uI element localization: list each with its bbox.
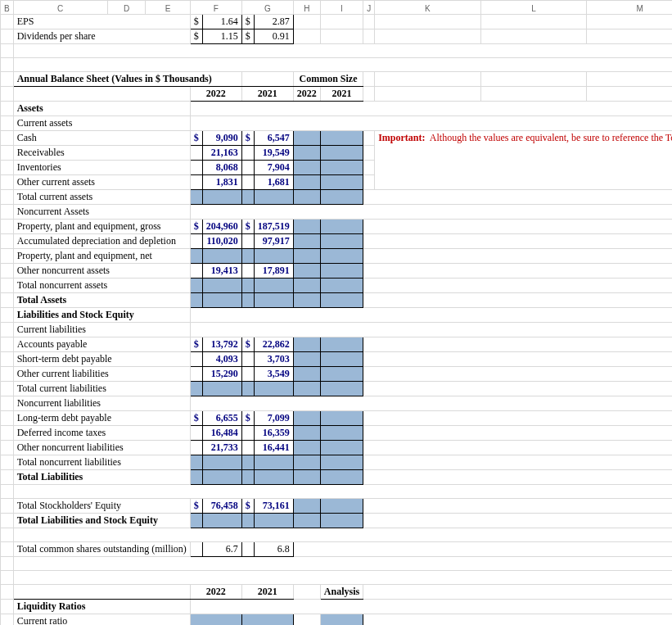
div-2022[interactable]: 1.15 xyxy=(202,29,241,44)
other-ca-2021[interactable]: 1,681 xyxy=(254,175,293,190)
cs-ocl-2022[interactable] xyxy=(293,367,320,382)
cs-ta-2022[interactable] xyxy=(293,293,320,308)
cs-tl-2022[interactable] xyxy=(293,470,320,485)
spreadsheet-grid[interactable]: B C D E F G H I J K L M N O P Q EPS $ 1.… xyxy=(0,0,672,625)
cs-tcl-2022[interactable] xyxy=(293,382,320,396)
total-ca-2021[interactable] xyxy=(254,190,293,205)
cs-oncl-2022[interactable] xyxy=(293,441,320,455)
receivables-2022[interactable]: 21,163 xyxy=(202,146,241,161)
se-2021[interactable]: 73,161 xyxy=(254,499,293,514)
cs-recv-2022[interactable] xyxy=(293,146,320,161)
cs-tncl-2021[interactable] xyxy=(320,455,363,470)
ap-2022-sym[interactable]: $ xyxy=(190,337,202,352)
se-2022-sym[interactable]: $ xyxy=(190,499,202,514)
cs-tca-2021[interactable] xyxy=(320,190,363,205)
total-ncl-2021[interactable] xyxy=(254,455,293,470)
cs-recv-2021[interactable] xyxy=(320,146,363,161)
st-debt-2022[interactable]: 4,093 xyxy=(202,352,241,367)
se-2022[interactable]: 76,458 xyxy=(202,499,241,514)
total-nca-2022[interactable] xyxy=(202,279,241,293)
ppe-net-2022[interactable] xyxy=(202,249,241,264)
eps-2021-sym[interactable]: $ xyxy=(241,15,254,29)
cs-tle-2022[interactable] xyxy=(293,514,320,528)
current-ratio-2021[interactable] xyxy=(241,614,293,626)
acc-dep-2021[interactable]: 97,917 xyxy=(254,234,293,249)
total-ca-2022[interactable] xyxy=(202,190,241,205)
ppe-net-2021[interactable] xyxy=(254,249,293,264)
ap-2022[interactable]: 13,792 xyxy=(202,337,241,352)
other-cl-2022[interactable]: 15,290 xyxy=(202,367,241,382)
total-nca-2021[interactable] xyxy=(254,279,293,293)
ppe-gross-2022[interactable]: 204,960 xyxy=(202,220,241,234)
total-cl-2021[interactable] xyxy=(254,382,293,396)
cs-stdebt-2021[interactable] xyxy=(320,352,363,367)
st-debt-2021[interactable]: 3,703 xyxy=(254,352,293,367)
cs-accdep-2022[interactable] xyxy=(293,234,320,249)
cs-ltd-2022[interactable] xyxy=(293,411,320,426)
cs-tca-2022[interactable] xyxy=(293,190,320,205)
inventories-2022[interactable]: 8,068 xyxy=(202,161,241,175)
other-ca-2022[interactable]: 1,831 xyxy=(202,175,241,190)
lt-debt-2022[interactable]: 6,655 xyxy=(202,411,241,426)
cs-tcl-2021[interactable] xyxy=(320,382,363,396)
eps-2021[interactable]: 2.87 xyxy=(254,15,293,29)
other-ncl-2021[interactable]: 16,441 xyxy=(254,441,293,455)
cs-ppeg-2022[interactable] xyxy=(293,220,320,234)
tle-2021[interactable] xyxy=(254,514,293,528)
cs-ap-2022[interactable] xyxy=(293,337,320,352)
cash-2021[interactable]: 6,547 xyxy=(254,131,293,146)
cash-2021-sym[interactable]: $ xyxy=(241,131,254,146)
cash-2022[interactable]: 9,090 xyxy=(202,131,241,146)
current-ratio-analysis[interactable] xyxy=(320,614,363,626)
other-ncl-2022[interactable]: 21,733 xyxy=(202,441,241,455)
cs-se-2022[interactable] xyxy=(293,499,320,514)
cs-tncl-2022[interactable] xyxy=(293,455,320,470)
cs-deftax-2022[interactable] xyxy=(293,426,320,441)
cs-tnca-2021[interactable] xyxy=(320,279,363,293)
other-cl-2021[interactable]: 3,549 xyxy=(254,367,293,382)
se-2021-sym[interactable]: $ xyxy=(241,499,254,514)
shares-2021[interactable]: 6.8 xyxy=(254,542,293,557)
shares-2022[interactable]: 6.7 xyxy=(202,542,241,557)
cs-tle-2021[interactable] xyxy=(320,514,363,528)
eps-2022-sym[interactable]: $ xyxy=(190,15,202,29)
cash-2022-sym[interactable]: $ xyxy=(190,131,202,146)
div-2022-sym[interactable]: $ xyxy=(190,29,202,44)
cs-ppeg-2021[interactable] xyxy=(320,220,363,234)
cs-onca-2022[interactable] xyxy=(293,264,320,279)
other-nca-2021[interactable]: 17,891 xyxy=(254,264,293,279)
total-liab-2022[interactable] xyxy=(202,470,241,485)
div-2021-sym[interactable]: $ xyxy=(241,29,254,44)
cs-oncl-2021[interactable] xyxy=(320,441,363,455)
ap-2021[interactable]: 22,862 xyxy=(254,337,293,352)
total-assets-2021[interactable] xyxy=(254,293,293,308)
ap-2021-sym[interactable]: $ xyxy=(241,337,254,352)
cs-accdep-2021[interactable] xyxy=(320,234,363,249)
acc-dep-2022[interactable]: 110,020 xyxy=(202,234,241,249)
tle-2022[interactable] xyxy=(202,514,241,528)
total-assets-2022[interactable] xyxy=(202,293,241,308)
cs-ppen-2021[interactable] xyxy=(320,249,363,264)
cs-oca-2021[interactable] xyxy=(320,175,363,190)
cs-ltd-2021[interactable] xyxy=(320,411,363,426)
cs-tnca-2022[interactable] xyxy=(293,279,320,293)
cs-tl-2021[interactable] xyxy=(320,470,363,485)
cs-cash-2021[interactable] xyxy=(320,131,363,146)
def-tax-2021[interactable]: 16,359 xyxy=(254,426,293,441)
cs-stdebt-2022[interactable] xyxy=(293,352,320,367)
receivables-2021[interactable]: 19,549 xyxy=(254,146,293,161)
inventories-2021[interactable]: 7,904 xyxy=(254,161,293,175)
cs-onca-2021[interactable] xyxy=(320,264,363,279)
total-ncl-2022[interactable] xyxy=(202,455,241,470)
ppe-gross-2021[interactable]: 187,519 xyxy=(254,220,293,234)
cs-inv-2022[interactable] xyxy=(293,161,320,175)
cs-inv-2021[interactable] xyxy=(320,161,363,175)
other-nca-2022[interactable]: 19,413 xyxy=(202,264,241,279)
total-liab-2021[interactable] xyxy=(254,470,293,485)
cs-oca-2022[interactable] xyxy=(293,175,320,190)
cs-deftax-2021[interactable] xyxy=(320,426,363,441)
cs-se-2021[interactable] xyxy=(320,499,363,514)
cs-ppen-2022[interactable] xyxy=(293,249,320,264)
ppe-gross-2022-sym[interactable]: $ xyxy=(190,220,202,234)
cs-ocl-2021[interactable] xyxy=(320,367,363,382)
